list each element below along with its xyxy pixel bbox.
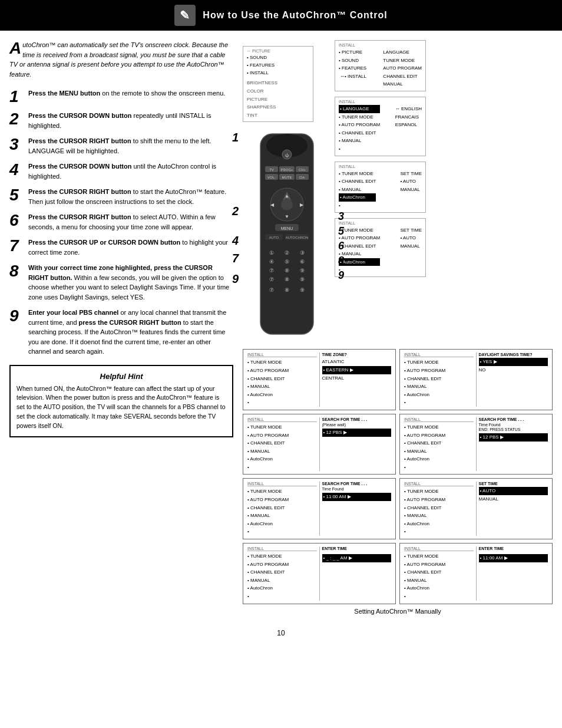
step-3-text: Press the CURSOR RIGHT button to shift t…	[28, 136, 233, 156]
page-number: 10	[0, 624, 562, 642]
svg-text:②: ②	[285, 250, 289, 256]
svg-text:⑧: ⑧	[285, 276, 289, 282]
step-4: 4 Press the CURSOR DOWN button until the…	[9, 162, 233, 181]
svg-text:▲: ▲	[285, 193, 289, 199]
remote-svg: ⏻ TV PROG+ CH+ VOL- MUTE	[243, 128, 331, 340]
diag-num-1: 1	[232, 131, 239, 144]
svg-text:AUTOCHRON: AUTOCHRON	[286, 236, 309, 239]
menu-install-1: INSTALL • PICTURE • SOUND • FEATURES ↔• …	[335, 40, 426, 91]
screen-settime-auto: INSTALL • TUNER MODE • AUTO PROGRAM • CH…	[399, 478, 553, 539]
diag-num-6: 6	[338, 240, 344, 252]
svg-text:⑦: ⑦	[269, 287, 274, 293]
menu-install-autochron-2: INSTALL • TUNER MODE • AUTO PROGRAM • CH…	[335, 218, 426, 278]
svg-point-22	[281, 199, 293, 210]
svg-text:▶: ▶	[300, 202, 304, 207]
step-2-number: 2	[9, 111, 22, 127]
svg-text:④: ④	[269, 259, 274, 265]
screen-enter-time-blank: INSTALL • TUNER MODE • AUTO PROGRAM • CH…	[243, 543, 396, 604]
step-6: 6 Press the CURSOR RIGHT button to selec…	[9, 212, 233, 232]
right-menus: INSTALL • PICTURE • SOUND • FEATURES ↔• …	[335, 40, 553, 279]
step-6-number: 6	[9, 212, 22, 229]
hint-title: Helpful Hint	[16, 372, 226, 381]
diag-num-2: 2	[232, 205, 239, 218]
step-4-text: Press the CURSOR DOWN button until the A…	[28, 162, 233, 181]
step-9-text: Enter your local PBS channel or any loca…	[28, 308, 233, 357]
diagram-caption: Setting AutoChron™ Manually	[243, 608, 553, 615]
diag-num-3: 3	[338, 210, 344, 223]
screen-enter-time-set: INSTALL • TUNER MODE • AUTO PROGRAM • CH…	[399, 543, 553, 604]
diag-num-4: 4	[232, 234, 239, 248]
svg-text:①: ①	[269, 250, 274, 256]
steps-list: 1 Press the MENU button on the remote to…	[9, 88, 233, 357]
screen-timezone: INSTALL • TUNER MODE • AUTO PROGRAM • CH…	[243, 349, 396, 410]
svg-text:⑨: ⑨	[300, 268, 305, 274]
left-column: A utoChron™ can automatically set the TV…	[9, 40, 233, 615]
svg-text:③: ③	[300, 250, 305, 256]
svg-text:MENU: MENU	[281, 226, 293, 230]
step-4-number: 4	[9, 162, 22, 178]
page-header: ✎ How to Use the AutoChron™ Control	[0, 0, 562, 31]
step-6-text: Press the CURSOR RIGHT button to select …	[28, 212, 233, 232]
step-3: 3 Press the CURSOR RIGHT button to shift…	[9, 136, 233, 156]
remote-diagram: 1 2 4 7 9 ⏻ TV	[243, 128, 331, 342]
step-9: 9 Enter your local PBS channel or any lo…	[9, 308, 233, 357]
diag-num-5: 5	[338, 225, 344, 238]
hint-text: When turned ON, the AutoChron™ feature c…	[16, 384, 226, 431]
menu-install-autochron-1: INSTALL • TUNER MODE • CHANNEL EDIT • MA…	[335, 162, 426, 213]
page-title: How to Use the AutoChron™ Control	[203, 10, 387, 21]
screen-search-wait: INSTALL • TUNER MODE • AUTO PROGRAM • CH…	[243, 414, 396, 475]
intro-paragraph: A utoChron™ can automatically set the TV…	[9, 40, 233, 79]
step-8: 8 With your correct time zone highlighte…	[9, 263, 233, 302]
step-5: 5 Press the CURSOR RIGHT button to start…	[9, 187, 233, 206]
svg-text:⑧: ⑧	[285, 268, 289, 274]
diag-num-7: 7	[232, 252, 239, 265]
screen-daylight: INSTALL • TUNER MODE • AUTO PROGRAM • CH…	[399, 349, 553, 410]
svg-text:⑧: ⑧	[285, 287, 289, 293]
step-2-text: Press the CURSOR DOWN button repeatedly …	[28, 111, 233, 130]
svg-text:⑦: ⑦	[269, 276, 274, 282]
helpful-hint-box: Helpful Hint When turned ON, the AutoChr…	[9, 365, 233, 438]
diag-num-8: 8	[338, 255, 344, 267]
step-5-number: 5	[9, 187, 22, 203]
step-2: 2 Press the CURSOR DOWN button repeatedl…	[9, 111, 233, 130]
svg-text:CH-: CH-	[299, 176, 306, 179]
menu-picture: ↔ PICTURE • SOUND • FEATURES • INSTALL B…	[243, 46, 313, 122]
svg-text:VOL-: VOL-	[267, 176, 276, 179]
step-7-text: Press the CURSOR UP or CURSOR DOWN butto…	[28, 238, 233, 257]
dropcap: A	[9, 40, 21, 57]
svg-text:▼: ▼	[285, 214, 289, 219]
diag-num-9b: 9	[338, 269, 344, 282]
step-1-number: 1	[9, 88, 22, 105]
menu-install-language: INSTALL • LANGUAGE • TUNER MODE • AUTO P…	[335, 97, 426, 156]
step-5-text: Press the CURSOR RIGHT button to start t…	[28, 187, 233, 206]
svg-text:⑤: ⑤	[285, 259, 289, 265]
step-8-text: With your correct time zone highlighted,…	[28, 263, 233, 302]
svg-text:TV: TV	[269, 168, 274, 172]
svg-text:CH+: CH+	[299, 168, 306, 172]
step-3-number: 3	[9, 136, 22, 153]
step-7-number: 7	[9, 238, 22, 254]
svg-text:⑦: ⑦	[269, 268, 274, 274]
step-9-number: 9	[9, 308, 22, 324]
svg-text:⑥: ⑥	[300, 259, 305, 265]
svg-text:MUTE: MUTE	[282, 176, 292, 179]
step-1: 1 Press the MENU button on the remote to…	[9, 88, 233, 105]
header-icon: ✎	[174, 5, 196, 26]
step-7: 7 Press the CURSOR UP or CURSOR DOWN but…	[9, 238, 233, 257]
svg-text:⑨: ⑨	[300, 287, 305, 293]
svg-text:◀: ◀	[270, 202, 275, 207]
svg-text:PROG+: PROG+	[280, 168, 293, 172]
step-1-text: Press the MENU button on the remote to s…	[28, 88, 225, 98]
screen-search-found-2: INSTALL • TUNER MODE • AUTO PROGRAM • CH…	[243, 478, 396, 539]
step-8-number: 8	[9, 263, 22, 279]
svg-text:AUTO: AUTO	[269, 236, 279, 239]
right-column: ↔ PICTURE • SOUND • FEATURES • INSTALL B…	[243, 40, 553, 615]
screen-search-found-1: INSTALL • TUNER MODE • AUTO PROGRAM • CH…	[399, 414, 553, 475]
diag-num-9: 9	[232, 272, 239, 286]
bottom-screens-grid: INSTALL • TUNER MODE • AUTO PROGRAM • CH…	[243, 349, 553, 604]
svg-text:⏻: ⏻	[285, 153, 289, 157]
svg-text:⑨: ⑨	[300, 276, 305, 282]
intro-text: utoChron™ can automatically set the TV's…	[9, 41, 228, 78]
